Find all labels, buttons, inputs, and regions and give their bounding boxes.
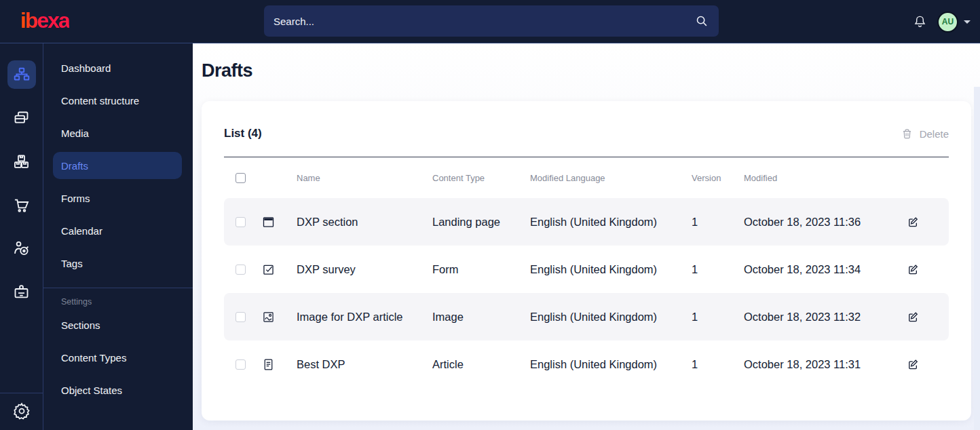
trash-icon — [901, 128, 913, 140]
row-name: DXP section — [297, 216, 432, 229]
drafts-panel: List (4) Delete Name — [202, 101, 971, 421]
column-modified-language: Modified Language — [530, 173, 692, 183]
table-row[interactable]: DXP section Landing page English (United… — [224, 198, 949, 246]
delete-button[interactable]: Delete — [901, 128, 949, 140]
table-row[interactable]: DXP survey Form English (United Kingdom)… — [224, 246, 949, 293]
row-language: English (United Kingdom) — [530, 311, 692, 324]
edit-button[interactable] — [906, 262, 949, 277]
sidebar-item-tags[interactable]: Tags — [43, 247, 193, 279]
row-content-type: Form — [432, 263, 530, 276]
search-icon[interactable] — [694, 14, 709, 28]
list-count-title: List (4) — [224, 127, 262, 140]
table-header: Name Content Type Modified Language Vers… — [224, 157, 949, 198]
row-language: English (United Kingdom) — [530, 216, 692, 229]
edit-button[interactable] — [906, 310, 949, 324]
row-modified: October 18, 2023 11:32 — [744, 311, 901, 324]
row-version: 1 — [692, 216, 744, 229]
main-content: Drafts List (4) Delete — [193, 43, 980, 430]
drafts-table: Name Content Type Modified Language Vers… — [224, 157, 949, 388]
user-menu[interactable]: AU — [937, 12, 970, 33]
sidebar-item-content-structure[interactable]: Content structure — [43, 84, 193, 117]
notifications-bell-icon[interactable] — [912, 14, 928, 30]
delete-label: Delete — [920, 128, 949, 140]
edit-button[interactable] — [906, 215, 949, 229]
sidebar-menu: Dashboard Content structure Media Drafts… — [43, 43, 193, 430]
sidebar-item-forms[interactable]: Forms — [43, 182, 193, 214]
row-name: DXP survey — [297, 263, 432, 276]
row-content-type: Landing page — [432, 216, 530, 229]
select-all-checkbox[interactable] — [235, 173, 246, 183]
column-version: Version — [692, 173, 744, 183]
rail-bottom — [0, 393, 43, 430]
image-icon — [261, 310, 276, 324]
menu-divider — [43, 288, 193, 288]
row-checkbox[interactable] — [235, 359, 246, 370]
row-modified: October 18, 2023 11:34 — [744, 263, 901, 276]
rail-item-commerce[interactable] — [0, 183, 43, 227]
settings-section-label: Settings — [43, 295, 193, 309]
edit-button[interactable] — [906, 357, 949, 372]
row-version: 1 — [692, 263, 744, 276]
sitemap-icon — [7, 60, 36, 89]
row-language: English (United Kingdom) — [530, 263, 692, 276]
table-row[interactable]: Best DXP Article English (United Kingdom… — [224, 340, 949, 388]
chevron-down-icon[interactable] — [964, 20, 970, 24]
rail-item-corporate[interactable] — [0, 270, 43, 313]
row-content-type: Article — [432, 358, 530, 371]
row-modified: October 18, 2023 11:31 — [744, 358, 901, 371]
packages-icon — [7, 147, 36, 176]
avatar[interactable]: AU — [937, 12, 958, 33]
row-checkbox[interactable] — [235, 312, 246, 322]
cart-icon — [7, 191, 36, 219]
badge-icon — [7, 277, 36, 306]
table-row[interactable]: Image for DXP article Image English (Uni… — [224, 293, 949, 340]
column-content-type: Content Type — [432, 173, 530, 183]
row-checkbox[interactable] — [235, 217, 246, 227]
sidebar-item-dashboard[interactable]: Dashboard — [43, 52, 193, 84]
sidebar-item-sections[interactable]: Sections — [43, 309, 193, 341]
scrollbar-track[interactable] — [974, 87, 980, 430]
sidebar-item-calendar[interactable]: Calendar — [43, 214, 193, 247]
row-version: 1 — [692, 358, 744, 371]
ibexa-logo[interactable]: ibexa — [20, 8, 69, 33]
rail-item-content[interactable] — [0, 53, 43, 96]
global-search[interactable] — [264, 5, 719, 37]
sidebar-item-object-states[interactable]: Object States — [43, 374, 193, 406]
row-name: Image for DXP article — [297, 311, 432, 324]
landing-page-icon — [261, 215, 276, 229]
row-content-type: Image — [432, 311, 530, 324]
settings-gear-icon[interactable] — [12, 402, 31, 421]
article-icon — [261, 357, 276, 372]
row-name: Best DXP — [297, 358, 432, 371]
sidebar-item-media[interactable]: Media — [43, 117, 193, 149]
rail-item-product-catalog[interactable] — [0, 140, 43, 183]
rail-item-personalization[interactable] — [0, 227, 43, 270]
row-version: 1 — [692, 311, 744, 324]
row-modified: October 18, 2023 11:36 — [744, 216, 901, 229]
person-target-icon — [7, 234, 36, 262]
column-name: Name — [297, 173, 432, 183]
sidebar-item-drafts[interactable]: Drafts — [53, 152, 182, 179]
icon-rail — [0, 43, 43, 430]
pages-icon — [7, 104, 36, 132]
row-language: English (United Kingdom) — [530, 358, 692, 371]
page-title: Drafts — [202, 60, 971, 81]
column-modified: Modified — [744, 173, 901, 183]
sidebar-item-content-types[interactable]: Content Types — [43, 341, 193, 374]
rail-item-pages[interactable] — [0, 96, 43, 140]
row-checkbox[interactable] — [235, 265, 246, 275]
search-input[interactable] — [274, 16, 694, 27]
table-body: DXP section Landing page English (United… — [224, 198, 949, 388]
form-icon — [261, 262, 276, 277]
topbar: ibexa AU — [0, 0, 980, 43]
